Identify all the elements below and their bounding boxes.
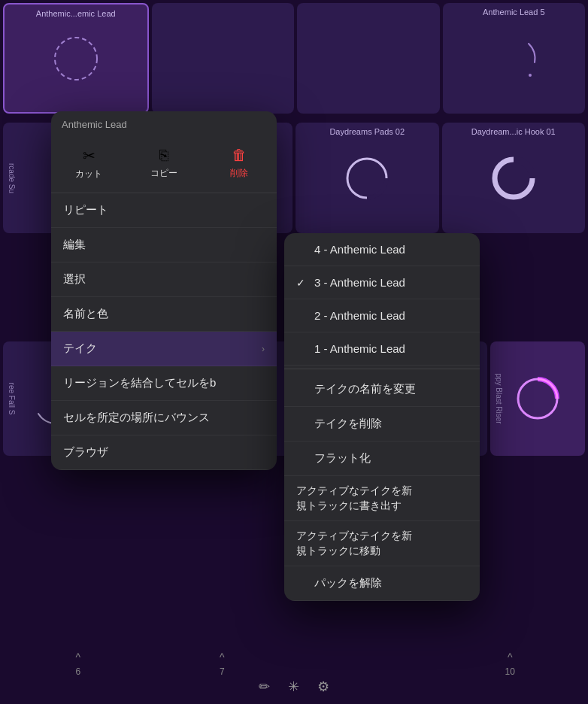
cell-art (483, 148, 544, 208)
track-num-6: ^ 6 (8, 651, 149, 677)
submenu-export-active[interactable]: アクティブなテイクを新規トラックに書き出す (284, 476, 480, 521)
cell-anthemic-lead[interactable]: Anthemic...emic Lead (3, 3, 149, 114)
submenu-rename-take[interactable]: ✓ テイクの名前を変更 (284, 372, 480, 407)
cell-empty-2 (297, 3, 440, 114)
chevron-right-icon: › (262, 344, 265, 354)
cell-label: Daydream...ic Hook 01 (442, 127, 586, 136)
svg-point-1 (529, 74, 532, 77)
cut-button[interactable]: ✂ カット (51, 141, 126, 187)
menu-item-name-color[interactable]: 名前と色 (51, 297, 277, 332)
cell-anthemic-lead-5[interactable]: Anthemic Lead 5 (443, 3, 586, 114)
svg-point-0 (55, 38, 97, 80)
track-num-7: ^ 7 (152, 651, 293, 677)
top-track-row: Anthemic...emic Lead Anthemic Lead 5 (0, 0, 588, 117)
submenu-flatten[interactable]: ✓ フラット化 (284, 442, 480, 476)
menu-title: Anthemic Lead (51, 111, 277, 135)
chevron-up-icon: ^ (508, 651, 513, 663)
track-numbers: ^ 6 ^ 7 ^ 10 (0, 651, 588, 677)
cell-label: Daydreams Pads 02 (296, 127, 439, 136)
delete-button[interactable]: 🗑 削除 (202, 141, 277, 187)
menu-item-repeat[interactable]: リピート (51, 193, 277, 228)
cell-art (46, 29, 106, 89)
submenu-take-4[interactable]: ✓ 4 - Anthemic Lead (284, 233, 480, 266)
menu-item-browser[interactable]: ブラウザ (51, 435, 277, 470)
delete-icon: 🗑 (232, 147, 247, 164)
menu-item-combine[interactable]: リージョンを結合してセルをb (51, 366, 277, 401)
submenu-delete-take[interactable]: ✓ テイクを削除 (284, 407, 480, 442)
cell-row-label: ppy Blast Riser (495, 373, 503, 423)
copy-button[interactable]: ⎘ コピー (126, 141, 202, 187)
context-menu-main: Anthemic Lead ✂ カット ⎘ コピー 🗑 削除 リピート 編集 選… (51, 111, 277, 470)
cell-happy-blast-riser[interactable]: ppy Blast Riser (490, 341, 585, 456)
submenu-unpack[interactable]: ✓ パックを解除 (284, 566, 480, 601)
delete-label: 削除 (230, 167, 248, 180)
copy-icon: ⎘ (159, 147, 168, 164)
cell-label: Anthemic...emic Lead (5, 9, 147, 18)
toolbar-icons: ✏ ✳ ⚙ (259, 678, 329, 695)
cell-empty-1 (152, 3, 295, 114)
cut-icon: ✂ (83, 147, 95, 165)
chevron-up-icon: ^ (75, 651, 80, 663)
cell-art (337, 148, 397, 208)
menu-item-edit[interactable]: 編集 (51, 228, 277, 262)
cell-art (508, 369, 568, 429)
cell-daydream-hook[interactable]: Daydream...ic Hook 01 (442, 123, 586, 233)
cell-label: Anthemic Lead 5 (443, 8, 586, 17)
track-num-10: ^ 10 (440, 651, 581, 677)
context-menu-sub: ✓ 4 - Anthemic Lead ✓ 3 - Anthemic Lead … (284, 233, 480, 601)
copy-label: コピー (150, 167, 177, 180)
track-num-label: 7 (220, 666, 225, 677)
cut-label: カット (75, 168, 102, 181)
cell-row-label: ree Fall S (8, 383, 16, 415)
submenu-take-1[interactable]: ✓ 1 - Anthemic Lead (284, 332, 480, 366)
brightness-icon[interactable]: ✳ (288, 678, 299, 695)
mixer-icon[interactable]: ⚙ (317, 678, 329, 695)
menu-item-select[interactable]: 選択 (51, 262, 277, 297)
cell-daydreams-pads-02[interactable]: Daydreams Pads 02 (296, 123, 439, 233)
submenu-separator (284, 369, 480, 369)
submenu-take-2[interactable]: ✓ 2 - Anthemic Lead (284, 299, 480, 332)
menu-item-take[interactable]: テイク › (51, 332, 277, 366)
submenu-move-active[interactable]: アクティブなテイクを新規トラックに移動 (284, 521, 480, 566)
check-icon: ✓ (296, 277, 308, 289)
track-num-empty (296, 651, 437, 677)
track-num-label: 6 (75, 666, 80, 677)
cell-row-label: rcade Su (8, 162, 16, 193)
cell-art (483, 29, 544, 89)
track-num-label: 10 (505, 666, 515, 677)
chevron-up-icon: ^ (220, 651, 225, 663)
submenu-take-3[interactable]: ✓ 3 - Anthemic Lead (284, 266, 480, 299)
pencil-icon[interactable]: ✏ (259, 678, 270, 695)
menu-item-bounce[interactable]: セルを所定の場所にバウンス (51, 401, 277, 435)
menu-action-row: ✂ カット ⎘ コピー 🗑 削除 (51, 135, 277, 193)
bottom-toolbar: ^ 6 ^ 7 ^ 10 ✏ ✳ ⚙ (0, 644, 588, 704)
